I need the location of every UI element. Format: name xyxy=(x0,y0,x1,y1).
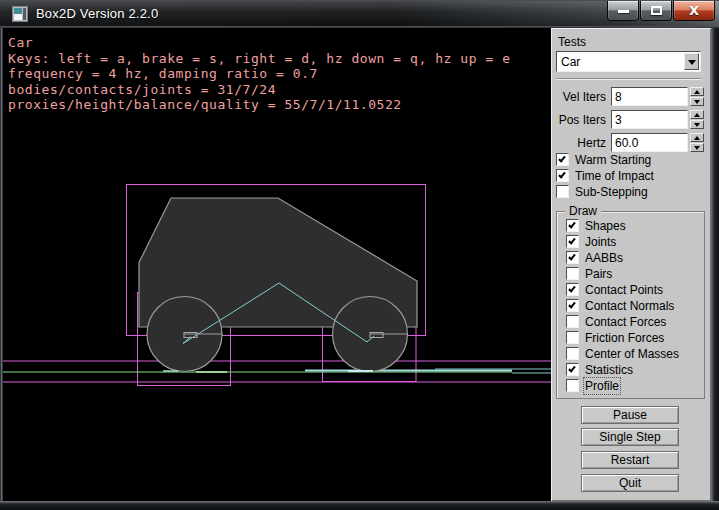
vel-iters-down-button[interactable] xyxy=(690,97,704,106)
close-button[interactable]: X xyxy=(673,1,715,21)
maximize-icon xyxy=(651,6,662,15)
pos-iters-label: Pos Iters xyxy=(551,113,606,127)
window-frame-bottom xyxy=(0,501,719,510)
stats-proxies-text: proxies/height/balance/quality = 55/7/1/… xyxy=(8,97,402,112)
simulation-canvas[interactable]: Car Keys: left = a, brake = s, right = d… xyxy=(3,28,551,501)
checkbox-icon xyxy=(566,251,579,264)
frequency-text: frequency = 4 hz, damping ratio = 0.7 xyxy=(8,66,318,81)
pos-iters-stepper xyxy=(690,110,704,129)
pos-iters-input[interactable] xyxy=(611,110,688,129)
hertz-down-button[interactable] xyxy=(690,143,704,152)
checkbox-icon xyxy=(556,169,569,182)
window-controls: X xyxy=(607,1,715,21)
title-bar[interactable]: Box2D Version 2.2.0 X xyxy=(0,0,719,26)
app-window: Box2D Version 2.2.0 X xyxy=(0,0,719,510)
hertz-label: Hertz xyxy=(551,136,606,150)
close-icon: X xyxy=(674,3,714,18)
client-area: Car Keys: left = a, brake = s, right = d… xyxy=(3,28,711,501)
chevron-down-icon xyxy=(688,60,696,65)
minimize-button[interactable] xyxy=(607,1,639,21)
hertz-up-button[interactable] xyxy=(690,133,704,142)
vel-iters-up-button[interactable] xyxy=(690,87,704,96)
test-title-text: Car xyxy=(8,35,33,50)
checkbox-icon xyxy=(566,315,579,328)
checkbox-icon xyxy=(556,185,569,198)
minimize-icon xyxy=(618,10,629,13)
quit-button[interactable]: Quit xyxy=(581,474,679,492)
pos-iters-up-button[interactable] xyxy=(690,110,704,119)
test-select-dropdown[interactable]: Car xyxy=(556,51,701,72)
arrow-up-icon xyxy=(694,113,700,117)
window-title: Box2D Version 2.2.0 xyxy=(36,6,158,21)
pause-button[interactable]: Pause xyxy=(581,406,679,424)
maximize-button[interactable] xyxy=(640,1,672,21)
single-step-button[interactable]: Single Step xyxy=(581,428,679,446)
separator xyxy=(557,78,701,80)
control-panel: Tests Car Vel Iters Pos Iters xyxy=(551,28,711,501)
pos-iters-down-button[interactable] xyxy=(690,120,704,129)
checkbox-icon xyxy=(566,235,579,248)
checkbox-icon xyxy=(566,299,579,312)
checkbox-icon xyxy=(566,379,579,392)
checkbox-icon xyxy=(566,331,579,344)
app-icon xyxy=(12,6,28,22)
checkbox-icon xyxy=(566,219,579,232)
dropdown-arrow-button[interactable] xyxy=(684,53,699,70)
vel-iters-stepper xyxy=(690,87,704,106)
window-frame-right xyxy=(711,28,719,501)
restart-button[interactable]: Restart xyxy=(581,451,679,469)
arrow-up-icon xyxy=(694,136,700,140)
checkbox-icon xyxy=(566,267,579,280)
arrow-down-icon xyxy=(694,123,700,127)
vel-iters-input[interactable] xyxy=(611,87,688,106)
checkbox-icon xyxy=(556,153,569,166)
hertz-input[interactable] xyxy=(611,133,688,152)
stats-bodies-text: bodies/contacts/joints = 31/7/24 xyxy=(8,82,276,97)
draw-group-label: Draw xyxy=(565,204,601,218)
checkbox-icon xyxy=(566,283,579,296)
tests-label: Tests xyxy=(558,35,586,49)
hertz-stepper xyxy=(690,133,704,152)
keys-help-text: Keys: left = a, brake = s, right = d, hz… xyxy=(8,51,511,66)
vel-iters-label: Vel Iters xyxy=(551,90,606,104)
arrow-up-icon xyxy=(694,90,700,94)
arrow-down-icon xyxy=(694,100,700,104)
arrow-down-icon xyxy=(694,146,700,150)
checkbox-icon xyxy=(566,363,579,376)
checkbox-icon xyxy=(566,347,579,360)
test-selected-value: Car xyxy=(561,55,580,69)
